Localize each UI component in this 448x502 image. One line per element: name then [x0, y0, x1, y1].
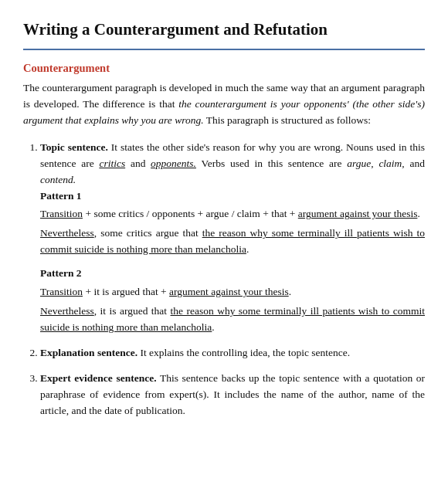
intro-paragraph: The counterargument paragraph is develop… — [23, 80, 425, 129]
list-item-1-italic2: opponents. — [151, 158, 196, 169]
intro-text-2: This paragraph is structured as follows: — [204, 114, 371, 126]
pattern-2-title: Pattern 2 — [40, 266, 425, 282]
list-item-2: Explanation sentence. It explains the co… — [40, 345, 425, 361]
list-item-3-label: Expert evidence sentence. — [40, 372, 157, 384]
pattern-1-plus1: + some critics / opponents + argue / cla… — [83, 208, 298, 219]
pattern-1-formula: Transition + some critics / opponents + … — [40, 206, 425, 222]
pattern-2-end: . — [289, 286, 291, 297]
list-item-3: Expert evidence sentence. This sentence … — [40, 371, 425, 419]
list-item-1-text2: and — [125, 158, 151, 169]
pattern-2-plus1: + it is argued that + — [83, 286, 169, 297]
list-item-1: Topic sentence. It states the other side… — [40, 140, 425, 336]
pattern-1-title: Pattern 1 — [40, 188, 425, 205]
pattern-1-end: . — [417, 208, 419, 219]
pattern-2-ex-comma: , it is argued that — [94, 305, 171, 317]
list-item-1-text4: and — [405, 158, 425, 169]
page-title: Writing a Counterargument and Refutation — [23, 17, 425, 42]
pattern-2-underline: argument against your thesis — [169, 286, 289, 297]
pattern-1-ex-start: Nevertheless — [40, 227, 94, 239]
pattern-1-block: Pattern 1 Transition + some critics / op… — [40, 188, 425, 259]
main-list: Topic sentence. It states the other side… — [23, 140, 425, 419]
pattern-1-transition: Transition — [40, 208, 83, 219]
section-heading: Counterargument — [23, 59, 425, 76]
title-divider — [23, 49, 425, 50]
pattern-2-formula: Transition + it is argued that + argumen… — [40, 284, 425, 300]
list-item-1-text3: Verbs used in this sentence are — [196, 158, 347, 169]
pattern-2-ex-start: Nevertheless — [40, 305, 94, 317]
list-item-1-italic3: argue, claim, — [347, 158, 404, 169]
list-item-2-text: It explains the controlling idea, the to… — [137, 347, 350, 358]
pattern-1-example: Nevertheless, some critics argue that th… — [40, 226, 425, 258]
section-counterargument: Counterargument The counterargument para… — [23, 59, 425, 419]
pattern-2-example: Nevertheless, it is argued that the reas… — [40, 304, 425, 336]
pattern-1-ex-comma: , some critics argue that — [94, 227, 202, 239]
pattern-2-block: Pattern 2 Transition + it is argued that… — [40, 266, 425, 336]
pattern-1-underline: argument against your thesis — [298, 208, 418, 219]
list-item-2-label: Explanation sentence. — [40, 347, 137, 358]
patterns-area: Pattern 1 Transition + some critics / op… — [40, 188, 425, 336]
list-item-1-italic1: critics — [99, 158, 125, 169]
pattern-2-transition: Transition — [40, 286, 83, 297]
pattern-2-ex-end: . — [212, 321, 214, 333]
list-item-1-italic4: contend. — [40, 174, 76, 185]
list-item-1-label: Topic sentence. — [40, 141, 108, 153]
pattern-1-ex-end: . — [246, 243, 249, 255]
